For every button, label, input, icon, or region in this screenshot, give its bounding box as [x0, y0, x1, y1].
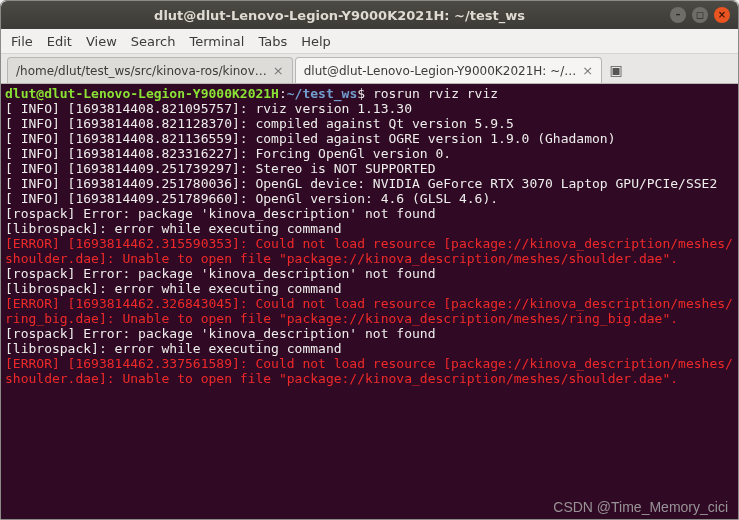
- tabbar: /home/dlut/test_ws/src/kinova-ros/kinov……: [1, 54, 738, 84]
- prompt-command: rosrun rviz rviz: [373, 86, 498, 101]
- tab-label: /home/dlut/test_ws/src/kinova-ros/kinov…: [16, 64, 267, 78]
- menu-file[interactable]: File: [11, 34, 33, 49]
- terminal-line: [ERROR] [1693814462.326843045]: Could no…: [5, 296, 733, 326]
- close-icon[interactable]: ×: [582, 63, 593, 78]
- terminal-line: [ INFO] [1693814409.251780036]: OpenGL d…: [5, 176, 717, 191]
- tab-0[interactable]: /home/dlut/test_ws/src/kinova-ros/kinov……: [7, 57, 293, 83]
- tab-1[interactable]: dlut@dlut-Lenovo-Legion-Y9000K2021H: ~/……: [295, 57, 602, 83]
- maximize-button[interactable]: ◻: [692, 7, 708, 23]
- window-title: dlut@dlut-Lenovo-Legion-Y9000K2021H: ~/t…: [9, 8, 670, 23]
- menu-help[interactable]: Help: [301, 34, 331, 49]
- menu-tabs[interactable]: Tabs: [258, 34, 287, 49]
- menu-terminal[interactable]: Terminal: [189, 34, 244, 49]
- close-icon[interactable]: ×: [273, 63, 284, 78]
- prompt-colon: :: [279, 86, 287, 101]
- terminal-line: [ INFO] [1693814408.821095757]: rviz ver…: [5, 101, 412, 116]
- terminal-line: [ INFO] [1693814408.823316227]: Forcing …: [5, 146, 451, 161]
- terminal-line: [librospack]: error while executing comm…: [5, 221, 342, 236]
- terminal-line: [ INFO] [1693814408.821128370]: compiled…: [5, 116, 514, 131]
- minimize-button[interactable]: –: [670, 7, 686, 23]
- watermark: CSDN @Time_Memory_cici: [553, 500, 728, 515]
- menu-search[interactable]: Search: [131, 34, 176, 49]
- terminal-line: [ERROR] [1693814462.315590353]: Could no…: [5, 236, 733, 266]
- menubar: File Edit View Search Terminal Tabs Help: [1, 29, 738, 54]
- terminal-line: [rospack] Error: package 'kinova_descrip…: [5, 326, 435, 341]
- window-buttons: – ◻ ×: [670, 7, 730, 23]
- terminal-line: [librospack]: error while executing comm…: [5, 281, 342, 296]
- new-tab-button[interactable]: ▣: [604, 57, 628, 83]
- tab-label: dlut@dlut-Lenovo-Legion-Y9000K2021H: ~/…: [304, 64, 577, 78]
- terminal-output[interactable]: dlut@dlut-Lenovo-Legion-Y9000K2021H:~/te…: [1, 84, 738, 520]
- terminal-line: [rospack] Error: package 'kinova_descrip…: [5, 266, 435, 281]
- prompt-cwd: ~/test_ws: [287, 86, 357, 101]
- menu-view[interactable]: View: [86, 34, 117, 49]
- terminal-line: [ INFO] [1693814409.251739297]: Stereo i…: [5, 161, 435, 176]
- prompt-dollar: $: [357, 86, 373, 101]
- terminal-line: [rospack] Error: package 'kinova_descrip…: [5, 206, 435, 221]
- terminal-line: [librospack]: error while executing comm…: [5, 341, 342, 356]
- terminal-line: [ERROR] [1693814462.337561589]: Could no…: [5, 356, 733, 386]
- menu-edit[interactable]: Edit: [47, 34, 72, 49]
- titlebar: dlut@dlut-Lenovo-Legion-Y9000K2021H: ~/t…: [1, 1, 738, 29]
- terminal-line: [ INFO] [1693814409.251789660]: OpenGl v…: [5, 191, 498, 206]
- terminal-line: [ INFO] [1693814408.821136559]: compiled…: [5, 131, 615, 146]
- prompt-userhost: dlut@dlut-Lenovo-Legion-Y9000K2021H: [5, 86, 279, 101]
- close-button[interactable]: ×: [714, 7, 730, 23]
